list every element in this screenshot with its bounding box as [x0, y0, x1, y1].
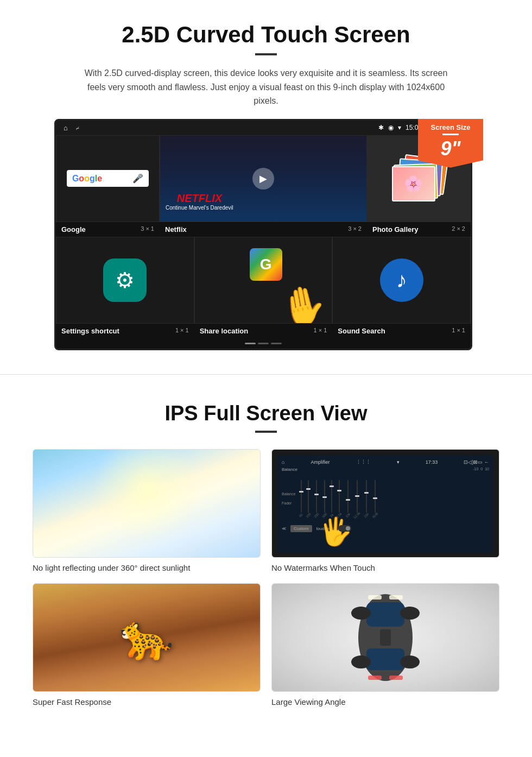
google-mic-icon[interactable]: 🎤 — [132, 173, 143, 184]
gallery-app-name: Photo Gallery — [372, 225, 419, 234]
wifi-icon: ▾ — [398, 124, 401, 131]
google-app-cell[interactable]: Google 🎤 Google 3 × 1 — [56, 135, 160, 237]
google-search-bar[interactable]: Google 🎤 — [67, 170, 149, 187]
netflix-app-cell[interactable]: ▶ NETFLIX Continue Marvel's Daredevil Ne… — [160, 135, 367, 237]
features-grid: No light reflecting under 360° direct su… — [33, 449, 499, 706]
netflix-logo: NETFLIX — [166, 192, 233, 205]
netflix-app-name: Netflix — [165, 225, 187, 234]
badge-size: 9" — [423, 137, 478, 160]
section1-description: With 2.5D curved-display screen, this de… — [81, 66, 451, 108]
netflix-subtitle: Continue Marvel's Daredevil — [166, 205, 233, 211]
netflix-overlay: NETFLIX Continue Marvel's Daredevil — [166, 192, 233, 211]
google-logo: Google — [72, 174, 102, 184]
status-left: ⌂ ⌿ — [64, 124, 80, 132]
bluetooth-icon: ✱ — [378, 124, 384, 131]
car-feature: Large Viewing Angle — [271, 583, 499, 706]
screen-size-badge: Screen Size 9" — [418, 119, 483, 168]
photo-card-main: 🌸 — [392, 166, 435, 201]
google-app-size: 3 × 1 — [141, 225, 154, 234]
settings-app-name: Settings shortcut — [61, 327, 119, 335]
usb-icon: ⌿ — [75, 124, 80, 132]
section1-underline — [255, 53, 277, 55]
viewing-angle-arrows — [271, 583, 499, 692]
gallery-label: Photo Gallery 2 × 2 — [367, 222, 471, 237]
car-image — [271, 583, 499, 692]
status-bar: ⌂ ⌿ ✱ ◉ ▾ 15:06 ⊡ ◁) ⊠ ▭ — [56, 121, 471, 135]
gallery-app-size: 2 × 2 — [452, 225, 465, 234]
play-button[interactable]: ▶ — [252, 168, 274, 190]
netflix-app-size: 3 × 2 — [348, 225, 362, 234]
home-icon[interactable]: ⌂ — [64, 124, 68, 132]
netflix-label: Netflix 3 × 2 — [160, 222, 367, 237]
badge-underline — [442, 134, 459, 135]
google-label: Google 3 × 1 — [56, 222, 160, 237]
section2: IPS Full Screen View No light reflecting… — [0, 380, 532, 723]
page-container: 2.5D Curved Touch Screen With 2.5D curve… — [0, 0, 532, 723]
location-icon: ◉ — [388, 124, 394, 131]
section1-title: 2.5D Curved Touch Screen — [33, 22, 499, 48]
google-app-name: Google — [61, 225, 86, 234]
badge-title: Screen Size — [423, 123, 478, 131]
